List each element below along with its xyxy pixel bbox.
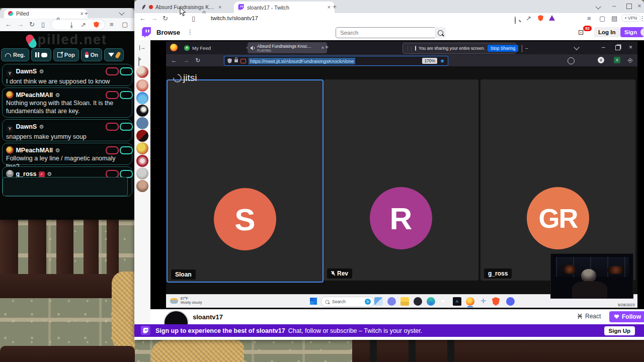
channel-avatar[interactable] xyxy=(136,180,148,192)
gear-icon[interactable]: ⚙ xyxy=(39,68,44,74)
reading-list-icon[interactable]: ≡ xyxy=(587,15,591,22)
teal-pill-button[interactable] xyxy=(120,91,133,99)
red-pill-button[interactable] xyxy=(106,67,119,75)
minimize-icon[interactable]: – xyxy=(612,2,616,10)
windows-start-icon[interactable] xyxy=(310,298,317,305)
gear-icon[interactable]: ⚙ xyxy=(47,171,52,177)
tab-twitch[interactable]: sloantv17 - Twitch × xyxy=(234,2,335,13)
maximize-icon[interactable] xyxy=(626,4,632,9)
new-tab-icon[interactable]: + xyxy=(325,44,329,50)
firefox-taskbar-icon[interactable] xyxy=(466,297,474,306)
download-icon[interactable]: ⭳ xyxy=(68,22,75,28)
close-window-icon[interactable]: × xyxy=(629,44,632,50)
red-pill-button[interactable] xyxy=(106,146,119,154)
participant-tile-gross[interactable]: GR g_ross xyxy=(480,79,635,281)
chat-message[interactable]: MPeachMAll ⚙ Following a ley line / magn… xyxy=(2,143,132,165)
taskview-icon[interactable] xyxy=(374,297,383,306)
url-text[interactable]: twitch.tv/sloantv17 xyxy=(211,15,258,21)
new-tab-icon[interactable]: + xyxy=(85,10,88,17)
teal-pill-button[interactable] xyxy=(120,146,133,154)
discord-icon[interactable] xyxy=(506,297,515,306)
close-tab-icon[interactable]: × xyxy=(328,5,331,10)
chat-message[interactable]: Y DawnS ⚙ snappers make yummy soup xyxy=(2,119,132,141)
wallet-icon[interactable]: ▤ xyxy=(611,15,617,22)
follow-button[interactable]: Follow xyxy=(609,311,644,322)
channel-avatar[interactable] xyxy=(136,66,148,78)
reload-icon[interactable]: ↻ xyxy=(29,21,35,28)
brave-shield-icon[interactable] xyxy=(538,15,543,21)
chevron-down-icon[interactable] xyxy=(574,44,579,50)
minimize-indicator-icon[interactable]: – xyxy=(525,46,528,51)
back-icon[interactable]: ← xyxy=(5,21,12,28)
zoom-icon[interactable] xyxy=(515,16,516,25)
bookmark-star-icon[interactable]: ★ xyxy=(440,58,445,64)
magnifier-tool-icon[interactable]: ✛ xyxy=(479,297,488,306)
app-icon-dark[interactable] xyxy=(414,297,422,306)
restore-icon[interactable] xyxy=(615,45,620,50)
teal-pill-button[interactable] xyxy=(120,123,133,131)
channel-avatar[interactable] xyxy=(136,142,148,154)
close-tab-icon[interactable]: × xyxy=(218,5,221,10)
channel-avatar[interactable] xyxy=(136,167,148,179)
sidebar-icon[interactable]: ▢ xyxy=(599,15,605,22)
channel-avatar[interactable] xyxy=(136,105,148,117)
menu-icon[interactable]: ⋮ xyxy=(639,15,644,22)
back-icon[interactable]: ← xyxy=(139,15,146,22)
omnibox[interactable]: ⭳ ↗ xyxy=(51,20,105,30)
chat-message[interactable]: MPeachMAll ⚙ Nothing wrong with that Slo… xyxy=(2,87,132,118)
bookmark-icon[interactable]: ▯ xyxy=(41,21,45,28)
firefox-tab-feed[interactable]: My Feed × xyxy=(181,42,252,53)
brave-taskbar-icon[interactable] xyxy=(492,297,500,306)
stop-sharing-button[interactable]: Stop Sharing xyxy=(488,45,518,52)
nav-browse[interactable]: Browse xyxy=(156,29,180,36)
on-toggle-button[interactable]: On xyxy=(81,48,102,61)
react-button[interactable]: React xyxy=(577,313,601,320)
minimize-icon[interactable]: – xyxy=(602,44,605,50)
red-pill-button[interactable] xyxy=(106,123,119,131)
search-button[interactable] xyxy=(435,27,446,38)
drag-grip-icon[interactable]: ⋮⋮ xyxy=(406,46,413,51)
chat-message[interactable]: Y DawnS ⚙ I dont think we are supposed t… xyxy=(2,64,132,86)
participant-tile-sloan[interactable]: S Sloan xyxy=(167,79,324,283)
channel-avatar[interactable] xyxy=(136,155,148,167)
close-tab-icon[interactable]: × xyxy=(80,11,84,17)
pocket-icon[interactable] xyxy=(568,57,575,64)
weather-widget[interactable]: 67°F Mostly cloudy xyxy=(170,297,202,305)
account-icon[interactable]: 8 xyxy=(598,57,604,63)
channel-name[interactable]: sloantv17 xyxy=(193,313,223,321)
kebab-menu-icon[interactable]: ⋮ xyxy=(187,28,193,36)
close-window-icon[interactable]: × xyxy=(637,2,641,10)
gear-icon[interactable]: ⚙ xyxy=(55,92,60,98)
registered-filter-button[interactable]: Reg. xyxy=(1,48,29,61)
tab-pilled[interactable]: Pilled × xyxy=(4,9,88,18)
taskbar-search[interactable]: Search b xyxy=(321,297,374,307)
gear-icon[interactable]: ⚙ xyxy=(39,124,44,130)
channel-avatar[interactable] xyxy=(136,130,148,142)
popout-button[interactable]: ↗ Pop xyxy=(53,48,79,61)
video-camera-icon[interactable] xyxy=(138,57,139,66)
firefox-tab-meeting[interactable]: Absurd Fundraisings Knock Alone PLAYING … xyxy=(248,42,327,53)
reload-icon[interactable]: ↻ xyxy=(163,15,168,22)
channel-avatar[interactable] xyxy=(136,79,148,92)
chevron-down-icon[interactable] xyxy=(595,4,601,9)
search-input[interactable] xyxy=(336,28,435,38)
zoom-level-chip[interactable]: 170% xyxy=(422,58,437,64)
library-icon[interactable]: ⎆ xyxy=(628,57,633,63)
back-icon[interactable]: ← xyxy=(171,57,177,63)
url-bar[interactable]: https://meet.jit.si/AbsurdFundraisingsKn… xyxy=(224,56,448,66)
brave-shield-icon[interactable] xyxy=(94,22,99,28)
excel-extension-icon[interactable]: X xyxy=(614,57,620,63)
reload-icon[interactable]: ↻ xyxy=(195,57,200,63)
extension-triangle-icon[interactable] xyxy=(549,15,555,21)
vpn-button[interactable]: • VPN xyxy=(621,15,640,22)
bookmark-icon[interactable]: ▯ xyxy=(192,15,195,22)
gear-icon[interactable]: ⚙ xyxy=(55,147,60,153)
channel-avatar[interactable] xyxy=(136,117,148,129)
chat-app-icon[interactable] xyxy=(387,297,396,306)
video-player[interactable]: My Feed × Absurd Fundraisings Knock Alon… xyxy=(150,40,644,309)
red-pill-button[interactable] xyxy=(106,91,119,99)
twitch-logo[interactable] xyxy=(141,27,151,38)
file-explorer-icon[interactable] xyxy=(400,297,409,306)
url-text[interactable]: https://meet.jit.si/AbsurdFundraisingsKn… xyxy=(249,58,355,64)
reading-list-icon[interactable]: ≡ xyxy=(110,21,114,28)
